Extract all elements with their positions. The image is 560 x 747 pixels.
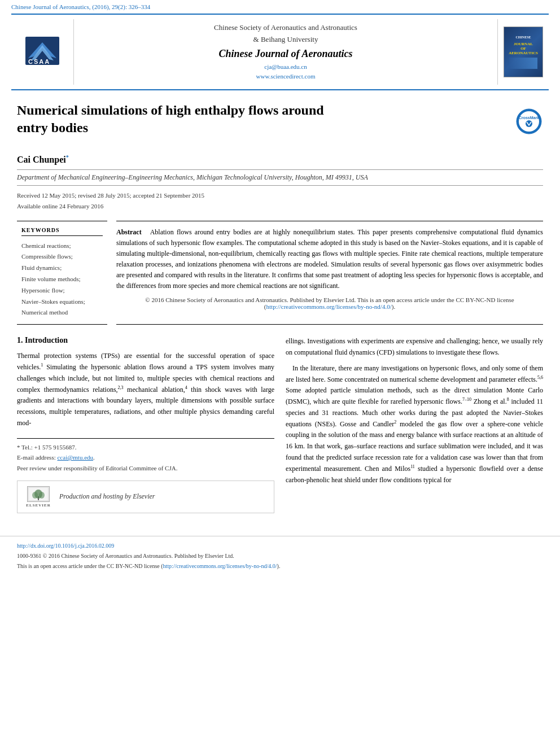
- footnote-peer-review: Peer review under responsibility of Edit…: [17, 463, 274, 474]
- citation-text: Chinese Journal of Aeronautics, (2016), …: [11, 3, 150, 10]
- csaa-logo-section: CSAA: [11, 19, 73, 85]
- journal-name: Chinese Journal of Aeronautics: [80, 48, 492, 60]
- body-columns: 1. Introduction Thermal protection syste…: [17, 336, 543, 513]
- abstract-copyright: © 2016 Chinese Society of Aeronautics an…: [116, 296, 543, 310]
- elsevier-box: ELSEVIER Production and hosting by Elsev…: [17, 480, 274, 513]
- elsevier-tagline: Production and hosting by Elsevier: [59, 492, 155, 501]
- abstract-body: Ablation flows around entry bodies are a…: [116, 228, 543, 290]
- article-title: Numerical simulations of high enthalpy f…: [17, 102, 344, 137]
- abstract-section: KEYWORDS Chemical reactions; Compressibl…: [17, 221, 543, 325]
- elsevier-label: ELSEVIER: [26, 503, 50, 508]
- abstract-content: Abstract Ablation flows around entry bod…: [116, 221, 543, 325]
- received-date: Received 12 May 2015; revised 28 July 20…: [17, 190, 543, 201]
- svg-point-12: [39, 492, 45, 499]
- citation-bar: Chinese Journal of Aeronautics, (2016), …: [0, 0, 560, 14]
- footer-doi: http://dx.doi.org/10.1016/j.cja.2016.02.…: [17, 541, 543, 551]
- author-name: Cai Chunpei*: [17, 155, 543, 165]
- cc-license-link[interactable]: http://creativecommons.org/licenses/by-n…: [266, 303, 392, 310]
- elsevier-logo: ELSEVIER: [24, 486, 53, 508]
- keyword-5: Hypersonic flow;: [21, 285, 103, 296]
- keyword-4: Finite volume methods;: [21, 274, 103, 285]
- footnote-email: E-mail address: ccai@mtu.edu.: [17, 452, 274, 463]
- keywords-title: KEYWORDS: [21, 227, 103, 236]
- csaa-plane-icon: CSAA: [25, 37, 59, 65]
- footer: http://dx.doi.org/10.1016/j.cja.2016.02.…: [0, 536, 560, 576]
- main-content: Numerical simulations of high enthalpy f…: [0, 90, 560, 525]
- crossmark-badge[interactable]: CrossMark: [515, 107, 543, 136]
- footer-issn: 1000-9361 © 2016 Chinese Society of Aero…: [17, 551, 543, 561]
- article-dates: Received 12 May 2015; revised 28 July 20…: [17, 190, 543, 211]
- keywords-list: Chemical reactions; Compressible flows; …: [21, 241, 103, 319]
- journal-title-section: Chinese Society of Aeronautics and Astro…: [73, 19, 498, 85]
- author-email-link[interactable]: ccai@mtu.edu: [57, 454, 93, 461]
- svg-point-11: [32, 492, 38, 499]
- intro-heading: 1. Introduction: [17, 336, 274, 345]
- elsevier-logo-image: [27, 486, 50, 502]
- abstract-text: Abstract Ablation flows around entry bod…: [116, 227, 543, 292]
- svg-text:CrossMark: CrossMark: [519, 116, 539, 120]
- footer-license-link[interactable]: http://creativecommons.org/licenses/by-n…: [163, 563, 277, 569]
- org-name: Chinese Society of Aeronautics and Astro…: [80, 22, 492, 46]
- journal-links: cja@buaa.edu.cn www.sciencedirect.com: [80, 62, 492, 82]
- keyword-7: Numerical method: [21, 307, 103, 318]
- keyword-2: Compressible flows;: [21, 251, 103, 263]
- left-column: 1. Introduction Thermal protection syste…: [17, 336, 274, 513]
- abstract-label: Abstract: [116, 228, 142, 236]
- keyword-6: Navier–Stokes equations;: [21, 296, 103, 308]
- affiliation: Department of Mechanical Engineering–Eng…: [17, 169, 543, 186]
- intro-text: Thermal protection systems (TPSs) are es…: [17, 351, 274, 429]
- footnote-area: * Tel.: +1 575 9155687. E-mail address: …: [17, 438, 274, 474]
- doi-link[interactable]: http://dx.doi.org/10.1016/j.cja.2016.02.…: [17, 543, 114, 549]
- intro-right-text: ellings. Investigations with experiments…: [286, 336, 543, 486]
- journal-cover-image: CHINESE JOURNALOFAERONAUTICS: [504, 27, 543, 77]
- footer-license: This is an open access article under the…: [17, 561, 543, 571]
- keywords-box: KEYWORDS Chemical reactions; Compressibl…: [17, 221, 107, 325]
- online-date: Available online 24 February 2016: [17, 201, 543, 212]
- journal-header: CSAA Chinese Society of Aeronautics and …: [11, 14, 549, 90]
- footnote-tel: * Tel.: +1 575 9155687.: [17, 442, 274, 453]
- svg-text:CSAA: CSAA: [28, 58, 50, 65]
- journal-cover-section: CHINESE JOURNALOFAERONAUTICS: [498, 19, 549, 85]
- keyword-3: Fluid dynamics;: [21, 263, 103, 274]
- title-row: Numerical simulations of high enthalpy f…: [17, 102, 543, 146]
- keyword-1: Chemical reactions;: [21, 241, 103, 252]
- right-column: ellings. Investigations with experiments…: [286, 336, 543, 513]
